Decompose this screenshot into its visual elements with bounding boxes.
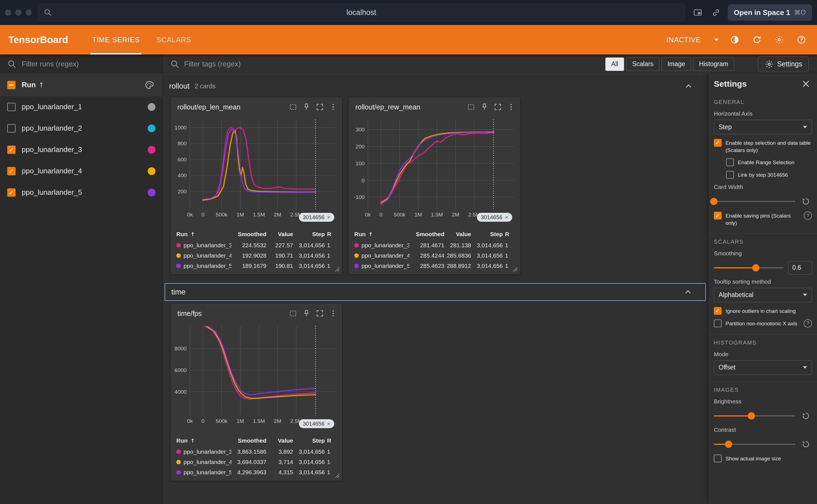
reset-icon[interactable] xyxy=(800,195,812,208)
step-column-header[interactable]: Step xyxy=(295,231,325,238)
step-selection-checkbox[interactable] xyxy=(714,139,722,147)
window-controls[interactable] xyxy=(5,9,32,16)
run-checkbox[interactable] xyxy=(7,124,16,133)
saving-pins-checkbox[interactable] xyxy=(714,212,722,219)
slider-track[interactable] xyxy=(714,201,795,202)
header-settings-gear-icon[interactable] xyxy=(773,34,785,46)
runs-column-title[interactable]: Run xyxy=(22,81,36,89)
collapse-section-icon[interactable] xyxy=(683,80,695,92)
smoothed-column-header[interactable]: Smoothed xyxy=(234,437,267,444)
reset-icon[interactable] xyxy=(800,410,812,422)
run-row[interactable]: ppo_lunarlander_1 xyxy=(0,96,163,118)
run-row[interactable]: ppo_lunarlander_3 xyxy=(0,139,163,160)
settings-button[interactable]: Settings xyxy=(758,56,809,72)
step-selector-icon[interactable] xyxy=(287,307,299,320)
fullscreen-icon[interactable] xyxy=(492,101,504,113)
partition-x-checkbox[interactable] xyxy=(714,320,722,327)
slider-thumb[interactable] xyxy=(710,198,718,205)
tooltip-sorting-select[interactable]: Alphabetical xyxy=(714,288,812,302)
slider-track[interactable] xyxy=(714,444,795,445)
picture-in-picture-icon[interactable] xyxy=(692,6,704,19)
selected-step-chip[interactable]: 3014656 × xyxy=(299,213,334,222)
minimize-window-button[interactable] xyxy=(15,9,21,16)
value-column-header[interactable]: Value xyxy=(269,231,293,238)
zoom-window-button[interactable] xyxy=(26,9,32,16)
histogram-mode-select[interactable]: Offset xyxy=(714,360,812,375)
slider-thumb[interactable] xyxy=(748,412,755,420)
tab-scalars[interactable]: SCALARS xyxy=(148,25,199,54)
line-chart[interactable]: 20040060080010000k0500k1M1.5M2M2.5M xyxy=(174,117,339,228)
run-column-header[interactable]: Run ↑ xyxy=(176,231,232,238)
help-icon[interactable]: ? xyxy=(804,319,812,328)
card-resize-handle[interactable] xyxy=(510,264,518,273)
slider-thumb[interactable] xyxy=(752,264,759,271)
runs-filter-input[interactable] xyxy=(22,60,155,68)
pin-icon[interactable] xyxy=(478,101,490,113)
run-checkbox[interactable] xyxy=(7,167,16,175)
link-by-step-checkbox[interactable] xyxy=(726,171,734,179)
tab-time-series[interactable]: TIME SERIES xyxy=(84,25,148,54)
range-selection-checkbox[interactable] xyxy=(726,158,734,166)
pin-icon[interactable] xyxy=(300,101,313,113)
remove-step-icon[interactable]: × xyxy=(327,420,330,427)
horizontal-axis-select[interactable]: Step xyxy=(714,120,812,134)
ignore-outliers-checkbox[interactable] xyxy=(714,307,722,315)
run-row[interactable]: ppo_lunarlander_4 xyxy=(0,160,163,182)
value-column-header[interactable]: Value xyxy=(447,231,471,238)
card-resize-handle[interactable] xyxy=(332,264,340,273)
slider-thumb[interactable] xyxy=(725,441,732,448)
section-rollout-header[interactable]: rollout 2 cards xyxy=(164,78,706,94)
selected-step-chip[interactable]: 3014656 × xyxy=(477,213,512,222)
smoothing-value-input[interactable]: 0.6 xyxy=(788,261,812,275)
more-options-icon[interactable] xyxy=(327,307,339,320)
slider-track[interactable] xyxy=(714,267,784,268)
line-chart[interactable]: -10001002003000k0500k1M1.5M2M2.5M xyxy=(352,117,517,228)
address-bar[interactable]: localhost xyxy=(38,4,685,21)
dark-mode-toggle-icon[interactable] xyxy=(729,34,741,46)
select-all-runs-checkbox[interactable] xyxy=(7,81,16,89)
tag-filter-input[interactable] xyxy=(184,60,601,68)
help-icon[interactable]: ? xyxy=(804,211,812,220)
filter-chip-image[interactable]: Image xyxy=(662,58,691,71)
run-row[interactable]: ppo_lunarlander_5 xyxy=(0,182,163,203)
slider-track[interactable] xyxy=(714,415,795,416)
remove-step-icon[interactable]: × xyxy=(327,214,330,221)
run-column-header[interactable]: Run ↑ xyxy=(354,231,409,238)
filter-chip-all[interactable]: All xyxy=(605,58,624,71)
remove-step-icon[interactable]: × xyxy=(505,214,508,221)
refresh-icon[interactable] xyxy=(751,34,763,46)
smoothed-column-header[interactable]: Smoothed xyxy=(234,231,267,238)
run-column-header[interactable]: Run ↑ xyxy=(176,437,232,444)
reset-icon[interactable] xyxy=(800,438,812,450)
close-icon[interactable] xyxy=(800,78,812,90)
copy-link-icon[interactable] xyxy=(710,6,722,19)
card-resize-handle[interactable] xyxy=(332,471,340,479)
run-checkbox[interactable] xyxy=(7,103,16,111)
run-checkbox[interactable] xyxy=(7,146,16,154)
collapse-section-icon[interactable] xyxy=(682,286,694,298)
show-actual-size-checkbox[interactable] xyxy=(714,455,722,462)
step-column-header[interactable]: Step xyxy=(295,437,325,444)
fullscreen-icon[interactable] xyxy=(314,101,326,113)
value-column-header[interactable]: Value xyxy=(269,437,293,444)
section-time-header[interactable]: time xyxy=(164,283,706,301)
more-options-icon[interactable] xyxy=(327,101,339,113)
reload-status-dropdown[interactable]: INACTIVE xyxy=(667,36,719,44)
line-chart[interactable]: 4000600080000k0500k1M1.5M2M2.5M xyxy=(174,323,339,434)
run-row[interactable]: ppo_lunarlander_2 xyxy=(0,118,163,139)
filter-chip-histogram[interactable]: Histogram xyxy=(693,58,734,71)
color-palette-icon[interactable] xyxy=(143,79,155,91)
filter-chip-scalars[interactable]: Scalars xyxy=(626,58,659,71)
more-options-icon[interactable] xyxy=(505,101,517,113)
pin-icon[interactable] xyxy=(300,307,313,320)
fullscreen-icon[interactable] xyxy=(314,307,326,320)
close-window-button[interactable] xyxy=(5,9,11,16)
step-selector-icon[interactable] xyxy=(465,101,477,113)
step-selector-icon[interactable] xyxy=(287,101,299,113)
selected-step-chip[interactable]: 3014656 × xyxy=(299,419,334,428)
smoothed-column-header[interactable]: Smoothed xyxy=(412,231,444,238)
run-checkbox[interactable] xyxy=(7,188,16,197)
step-column-header[interactable]: Step xyxy=(473,231,503,238)
open-in-space-button[interactable]: Open in Space 1 ⌘O xyxy=(728,4,812,21)
help-icon[interactable] xyxy=(795,34,808,46)
